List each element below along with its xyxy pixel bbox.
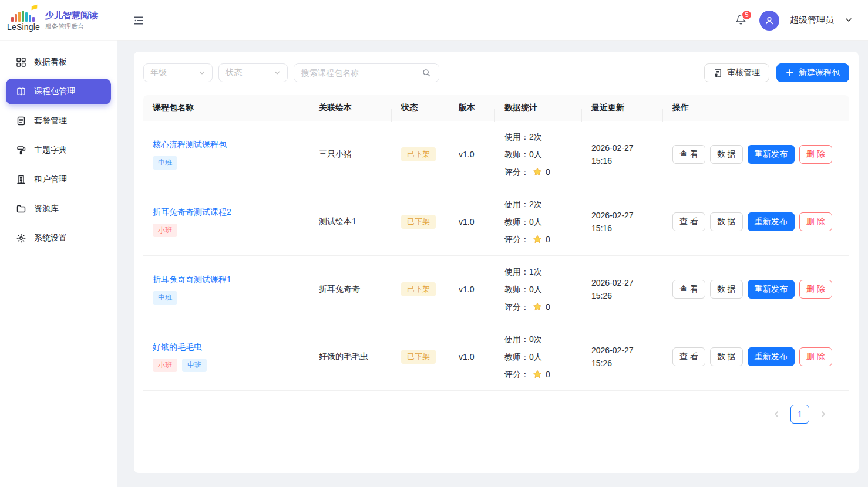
view-button[interactable]: 查 看: [672, 280, 705, 299]
search-button[interactable]: [413, 64, 439, 82]
usage-stat: 使用：0次: [504, 330, 573, 348]
sidebar-item-dashboard[interactable]: 数据看板: [6, 49, 111, 75]
grade-select-placeholder: 年级: [150, 67, 167, 78]
sidebar-item-resource-library[interactable]: 资源库: [6, 196, 111, 222]
data-button[interactable]: 数 据: [710, 145, 743, 164]
data-button[interactable]: 数 据: [710, 212, 743, 231]
building-icon: [16, 174, 26, 185]
data-button[interactable]: 数 据: [710, 347, 743, 366]
gear-icon: [16, 233, 26, 244]
user-menu-toggle[interactable]: [845, 14, 853, 26]
sidebar-item-label: 系统设置: [34, 233, 67, 244]
teacher-stat: 教师：0人: [504, 146, 573, 163]
book-cell: 折耳兔奇奇: [309, 277, 392, 302]
delete-button[interactable]: 删 除: [799, 212, 832, 231]
updated-date: 2026-02-27: [591, 344, 654, 357]
republish-button[interactable]: 重新发布: [748, 280, 795, 299]
search-box: [294, 63, 439, 82]
status-select[interactable]: 状态: [218, 63, 288, 82]
audit-management-button[interactable]: 审核管理: [704, 63, 769, 82]
view-button[interactable]: 查 看: [672, 145, 705, 164]
rating-value: 0: [546, 163, 550, 181]
delete-button[interactable]: 删 除: [799, 145, 832, 164]
delete-button[interactable]: 删 除: [799, 347, 832, 366]
course-package-card: 年级 状态: [134, 52, 859, 473]
rating-value: 0: [546, 298, 550, 316]
teacher-stat: 教师：0人: [504, 213, 573, 231]
version-cell: v1.0: [449, 210, 495, 234]
sidebar-item-theme-dictionary[interactable]: 主题字典: [6, 137, 111, 163]
sidebar-item-tenants[interactable]: 租户管理: [6, 167, 111, 192]
rating-value: 0: [546, 366, 550, 383]
sidebar-item-system-settings[interactable]: 系统设置: [6, 225, 111, 251]
user-avatar[interactable]: [759, 11, 779, 31]
rating-stat: 评分：0: [504, 366, 573, 383]
top-bar: 5 超级管理员: [117, 0, 868, 41]
menu-fold-button[interactable]: [130, 12, 147, 29]
menu-fold-icon: [133, 15, 144, 26]
rating-stat: 评分：0: [504, 163, 573, 181]
user-icon: [764, 15, 775, 26]
pagination-prev-button[interactable]: [767, 405, 786, 424]
open-book-icon: [16, 86, 26, 97]
notification-count-badge: 5: [741, 9, 752, 21]
book-cell: 测试绘本1: [309, 209, 392, 234]
column-header-stats: 数据统计: [495, 103, 582, 113]
status-badge: 已下架: [401, 147, 436, 161]
rating-label: 评分：: [504, 231, 529, 248]
lesingle-logo-icon: LeSingle: [7, 9, 40, 32]
republish-button[interactable]: 重新发布: [748, 347, 795, 366]
updated-time: 15:26: [591, 357, 654, 370]
view-button[interactable]: 查 看: [672, 212, 705, 231]
username[interactable]: 超级管理员: [790, 15, 834, 26]
package-name-link[interactable]: 核心流程测试课程包: [153, 140, 227, 150]
table-row: 核心流程测试课程包 中班 三只小猪 已下架 v1.0 使用：2次 教师：0人 评…: [143, 121, 849, 188]
status-select-placeholder: 状态: [226, 67, 242, 78]
updated-time: 15:16: [591, 222, 654, 235]
actions-cell: 查 看 数 据 重新发布 删 除: [663, 273, 849, 306]
page-content: 年级 状态: [117, 41, 868, 487]
column-header-book: 关联绘本: [309, 103, 392, 113]
book-cell: 好饿的毛毛虫: [309, 344, 392, 369]
brand-title: 少儿智慧阅读: [45, 9, 98, 21]
create-button-label: 新建课程包: [799, 67, 840, 78]
updated-cell: 2026-02-27 15:26: [582, 337, 663, 377]
rating-label: 评分：: [504, 163, 529, 181]
grade-select[interactable]: 年级: [143, 63, 213, 82]
create-course-package-button[interactable]: 新建课程包: [776, 63, 849, 82]
package-name-link[interactable]: 好饿的毛毛虫: [153, 342, 202, 353]
usage-stat: 使用：2次: [504, 195, 573, 213]
actions-cell: 查 看 数 据 重新发布 删 除: [663, 340, 849, 373]
logo-wordmark: LeSingle: [7, 22, 40, 32]
sidebar-item-plans[interactable]: 套餐管理: [6, 108, 111, 134]
star-icon: [532, 302, 543, 312]
search-input[interactable]: [294, 64, 413, 82]
actions-cell: 查 看 数 据 重新发布 删 除: [663, 205, 849, 238]
data-button[interactable]: 数 据: [710, 280, 743, 299]
updated-date: 2026-02-27: [591, 209, 654, 222]
view-button[interactable]: 查 看: [672, 347, 705, 366]
rating-stat: 评分：0: [504, 231, 573, 248]
pagination-next-button[interactable]: [814, 405, 833, 424]
actions-cell: 查 看 数 据 重新发布 删 除: [663, 138, 849, 171]
republish-button[interactable]: 重新发布: [748, 145, 795, 164]
plus-icon: [786, 69, 794, 77]
package-name-link[interactable]: 折耳兔奇奇测试课程2: [153, 207, 231, 218]
updated-cell: 2026-02-27 15:16: [582, 134, 663, 174]
package-name-link[interactable]: 折耳兔奇奇测试课程1: [153, 275, 231, 285]
grade-tag: 中班: [182, 359, 207, 372]
republish-button[interactable]: 重新发布: [748, 212, 795, 231]
chevron-right-icon: [820, 411, 827, 418]
delete-button[interactable]: 删 除: [799, 280, 832, 299]
star-icon: [532, 167, 543, 177]
stats-cell: 使用：2次 教师：0人 评分：0: [495, 188, 582, 255]
usage-stat: 使用：2次: [504, 128, 573, 146]
main-area: 5 超级管理员 年级 状态: [117, 0, 868, 487]
status-badge: 已下架: [401, 282, 436, 296]
sidebar-item-course-packages[interactable]: 课程包管理: [6, 79, 111, 104]
pagination-page-1[interactable]: 1: [790, 405, 809, 424]
updated-date: 2026-02-27: [591, 276, 654, 289]
rating-value: 0: [546, 231, 550, 248]
brand-subtitle: 服务管理后台: [45, 22, 98, 31]
notification-bell-button[interactable]: 5: [735, 13, 749, 28]
